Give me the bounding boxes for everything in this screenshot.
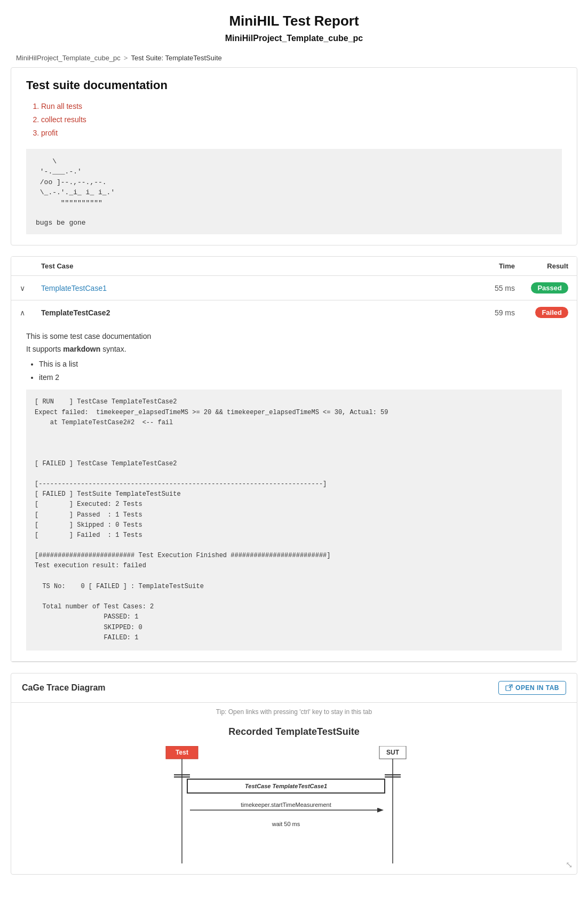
col-result-header: Result xyxy=(515,262,568,270)
trace-title: CaGe Trace Diagram xyxy=(22,683,106,693)
breadcrumb-current: Test Suite: TemplateTestSuite xyxy=(131,54,221,62)
suite-doc-title: Test suite documentation xyxy=(26,78,562,92)
test-name-tc1[interactable]: TemplateTestCase1 xyxy=(41,284,451,292)
table-row-main: ∨ TemplateTestCase1 55 ms Passed xyxy=(11,276,577,300)
svg-text:SUT: SUT xyxy=(386,749,400,756)
doc2-suffix: syntax. xyxy=(100,345,126,353)
passed-badge: Passed xyxy=(531,282,568,294)
external-link-icon xyxy=(505,684,513,692)
suite-ascii-art: \ '-.___.-.' /oo ]--.,--.,--. \_.-.'._i_… xyxy=(26,149,562,216)
failed-badge: Failed xyxy=(535,307,568,318)
bugs-text: bugs be gone xyxy=(26,216,562,234)
test-table-section: Test Case Time Result ∨ TemplateTestCase… xyxy=(11,256,577,662)
suite-doc-list: Run all tests collect results profit xyxy=(41,100,562,140)
trace-section: CaGe Trace Diagram OPEN IN TAB Tip: Open… xyxy=(11,673,577,875)
svg-text:timekeeper.startTimeMeasuremen: timekeeper.startTimeMeasurement xyxy=(241,802,331,808)
toggle-button-tc2[interactable]: ∧ xyxy=(20,308,41,317)
test-log: [ RUN ] TestCase TemplateTestCase2 Expec… xyxy=(26,390,562,651)
test-case-doc2: It supports markdown syntax. xyxy=(26,345,562,353)
open-in-tab-button[interactable]: OPEN IN TAB xyxy=(498,681,566,695)
list-item: item 2 xyxy=(39,371,562,384)
suite-doc-list-item: Run all tests xyxy=(41,100,562,113)
table-row: ∨ TemplateTestCase1 55 ms Passed xyxy=(11,276,577,300)
svg-text:TestCase TemplateTestCase1: TestCase TemplateTestCase1 xyxy=(245,783,327,789)
open-in-tab-label: OPEN IN TAB xyxy=(515,684,559,692)
test-time-tc1: 55 ms xyxy=(451,284,515,292)
test-case-detail-tc2: This is some test case documentation It … xyxy=(11,324,577,661)
table-row-main: ∧ TemplateTestCase2 59 ms Failed xyxy=(11,300,577,324)
test-case-doc1: This is some test case documentation xyxy=(26,332,562,340)
toggle-button-tc1[interactable]: ∨ xyxy=(20,284,41,292)
table-header: Test Case Time Result xyxy=(11,257,577,276)
breadcrumb: MiniHilProject_Template_cube_pc > Test S… xyxy=(0,49,588,67)
sequence-diagram: Test SUT TestCase TemplateTestCase1 time… xyxy=(145,746,443,863)
test-time-tc2: 59 ms xyxy=(451,308,515,317)
test-result-tc2: Failed xyxy=(515,307,568,318)
suite-doc: Test suite documentation Run all tests c… xyxy=(11,68,577,245)
test-name-tc2[interactable]: TemplateTestCase2 xyxy=(41,308,451,317)
trace-diagram-title: Recorded TemplateTestSuite xyxy=(22,726,566,737)
page-header: MiniHIL Test Report MiniHilProject_Templ… xyxy=(0,0,588,49)
doc2-bold: markdown xyxy=(63,345,100,353)
list-item: This is a list xyxy=(39,358,562,371)
test-case-list: This is a list item 2 xyxy=(39,358,562,384)
table-row: ∧ TemplateTestCase2 59 ms Failed This is… xyxy=(11,300,577,662)
breadcrumb-separator: > xyxy=(124,54,128,62)
breadcrumb-home[interactable]: MiniHilProject_Template_cube_pc xyxy=(16,54,121,62)
svg-text:wait 50 ms: wait 50 ms xyxy=(272,821,300,827)
page-title: MiniHIL Test Report xyxy=(11,13,577,29)
trace-diagram-area: Recorded TemplateTestSuite Test SUT Test… xyxy=(11,721,577,874)
col-time-header: Time xyxy=(451,262,515,270)
suite-doc-section: Test suite documentation Run all tests c… xyxy=(11,67,577,245)
resize-icon[interactable]: ⤡ xyxy=(566,860,573,870)
test-result-tc1: Passed xyxy=(515,282,568,294)
trace-tip: Tip: Open links with pressing 'ctrl' key… xyxy=(11,703,577,721)
trace-header: CaGe Trace Diagram OPEN IN TAB xyxy=(11,673,577,703)
suite-doc-list-item: collect results xyxy=(41,113,562,126)
col-name-header: Test Case xyxy=(41,262,451,270)
svg-rect-0 xyxy=(506,686,511,691)
doc2-prefix: It supports xyxy=(26,345,63,353)
suite-doc-list-item: profit xyxy=(41,126,562,140)
page-subtitle: MiniHilProject_Template_cube_pc xyxy=(11,34,577,43)
svg-text:Test: Test xyxy=(176,749,188,756)
